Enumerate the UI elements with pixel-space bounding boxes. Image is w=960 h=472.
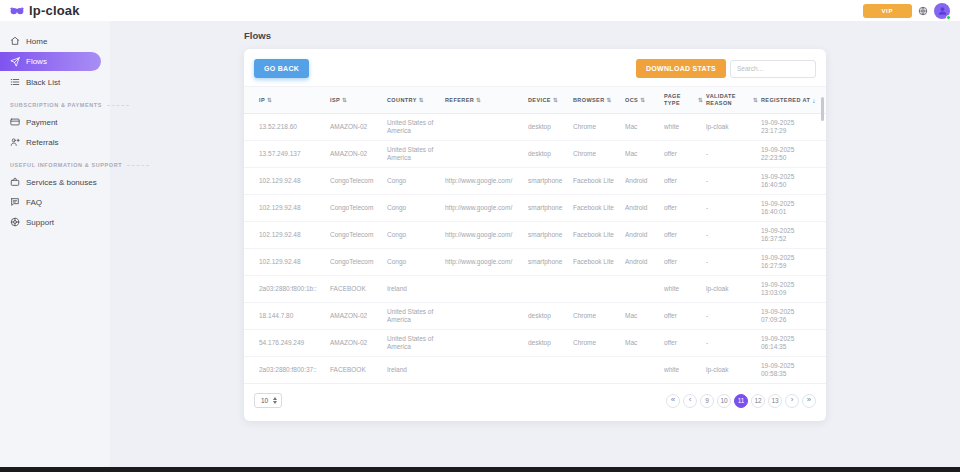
flows-icon [10,57,20,67]
registered-date: 19-09-2025 [761,146,824,154]
sidebar-item-flows[interactable]: Flows [0,52,101,71]
home-icon [10,36,20,46]
registered-time: 13:03:09 [761,289,824,297]
table-row: 102.129.92.48CongoTelecomCongohttp://www… [244,168,826,195]
app-logo[interactable]: lp-cloak [10,3,80,18]
sidebar-item-faq[interactable]: FAQ [0,192,110,212]
cell-referer: http://www.google.com/ [445,168,528,195]
registered-time: 00:58:35 [761,370,824,378]
cell-country: Congo [387,195,445,222]
cell-validate_reason: - [706,330,761,357]
pagination-page-12[interactable]: 12 [751,394,765,408]
sidebar-item-black-list[interactable]: Black List [0,72,110,92]
cell-ocs: Mac [625,141,664,168]
search-input[interactable] [730,60,816,78]
pagination-last[interactable]: » [802,394,816,408]
cell-referer [445,357,528,384]
cell-page_type: offer [664,195,706,222]
cell-browser [573,276,625,303]
cell-referer [445,330,528,357]
cell-ip: 18.144.7.80 [244,303,330,330]
cell-validate_reason: - [706,168,761,195]
user-avatar[interactable] [934,3,950,19]
flows-card: GO BACK DOWNLOAD STATS IP⇅ISP⇅COUNTRY⇅RE… [244,49,826,421]
cell-ip: 13.57.249.137 [244,141,330,168]
column-header-registered[interactable]: REGISTERED AT↓ [761,87,826,114]
cell-ocs: Mac [625,303,664,330]
cell-registered: 19-09-202507:09:26 [761,303,826,330]
column-header-page_type[interactable]: PAGE TYPE⇅ [664,87,706,114]
pagination-next[interactable]: › [785,394,799,408]
language-globe-icon[interactable] [918,6,928,16]
sort-icon: ⇅ [607,97,612,103]
cell-browser: Facebook Lite [573,222,625,249]
online-status-dot [946,15,951,20]
cell-isp: CongoTelecom [330,168,387,195]
pagination-prev[interactable]: ‹ [683,394,697,408]
registered-time: 06:14:35 [761,343,824,351]
column-header-ip[interactable]: IP⇅ [244,87,330,114]
cell-isp: CongoTelecom [330,222,387,249]
column-header-browser[interactable]: BROWSER⇅ [573,87,625,114]
registered-time: 16:37:52 [761,235,824,243]
cell-isp: FACEBOOK [330,357,387,384]
table-row: 102.129.92.48CongoTelecomCongohttp://www… [244,195,826,222]
cell-browser: Chrome [573,303,625,330]
column-header-ocs[interactable]: OCS⇅ [625,87,664,114]
column-header-country[interactable]: COUNTRY⇅ [387,87,445,114]
sidebar-item-payment[interactable]: Payment [0,112,110,132]
cell-browser [573,357,625,384]
cell-page_type: offer [664,249,706,276]
cell-registered: 19-09-202516:40:01 [761,195,826,222]
registered-date: 19-09-2025 [761,362,824,370]
pagination-page-11[interactable]: 11 [734,394,748,408]
table-row: 102.129.92.48CongoTelecomCongohttp://www… [244,249,826,276]
registered-date: 19-09-2025 [761,308,824,316]
cell-registered: 19-09-202522:23:50 [761,141,826,168]
table-row: 18.144.7.80AMAZON-02United States of Ame… [244,303,826,330]
sidebar-item-referrals[interactable]: Referrals [0,132,110,152]
column-label: DEVICE [528,97,551,104]
sidebar-item-services-bonuses[interactable]: Services & bonuses [0,172,110,192]
blacklist-icon [10,77,20,87]
column-header-isp[interactable]: ISP⇅ [330,87,387,114]
avatar-person-icon [937,5,948,16]
cell-browser: Facebook Lite [573,249,625,276]
table-row: 2a03:2880:f800:37::FACEBOOKIrelandwhitel… [244,357,826,384]
column-header-inner: BROWSER⇅ [573,97,623,104]
pagination-first[interactable]: « [666,394,680,408]
table-scrollbar[interactable] [821,97,824,121]
cell-device: smartphone [528,222,573,249]
column-header-validate_reason[interactable]: VALIDATE REASON⇅ [706,87,761,114]
sidebar-item-support[interactable]: Support [0,212,110,232]
pagination-page-9[interactable]: 9 [700,394,714,408]
vip-button[interactable]: VIP [863,4,912,18]
cell-browser: Facebook Lite [573,195,625,222]
registered-time: 16:40:50 [761,181,824,189]
registered-time: 16:27:59 [761,262,824,270]
cell-device [528,357,573,384]
card-footer: 10 «‹910111213›» [244,384,826,421]
registered-date: 19-09-2025 [761,254,824,262]
column-header-device[interactable]: DEVICE⇅ [528,87,573,114]
cell-validate_reason: lp-cloak [706,114,761,141]
sidebar-item-home[interactable]: Home [0,31,110,51]
cell-country: Congo [387,222,445,249]
cell-device: desktop [528,141,573,168]
pagination-page-13[interactable]: 13 [768,394,782,408]
cell-validate_reason: - [706,222,761,249]
page-size-select[interactable]: 10 [254,393,282,408]
payment-icon [10,117,20,127]
cell-device: desktop [528,114,573,141]
cell-isp: AMAZON-02 [330,303,387,330]
column-header-referer[interactable]: REFERER⇅ [445,87,528,114]
cell-browser: Chrome [573,330,625,357]
flows-table: IP⇅ISP⇅COUNTRY⇅REFERER⇅DEVICE⇅BROWSER⇅OC… [244,86,826,384]
download-stats-button[interactable]: DOWNLOAD STATS [636,59,726,78]
table-header-row: IP⇅ISP⇅COUNTRY⇅REFERER⇅DEVICE⇅BROWSER⇅OC… [244,87,826,114]
pagination-page-10[interactable]: 10 [717,394,731,408]
page-title: Flows [244,30,826,41]
sidebar-item-label: Referrals [26,138,58,147]
go-back-button[interactable]: GO BACK [254,59,309,78]
registered-time: 23:17:29 [761,127,824,135]
